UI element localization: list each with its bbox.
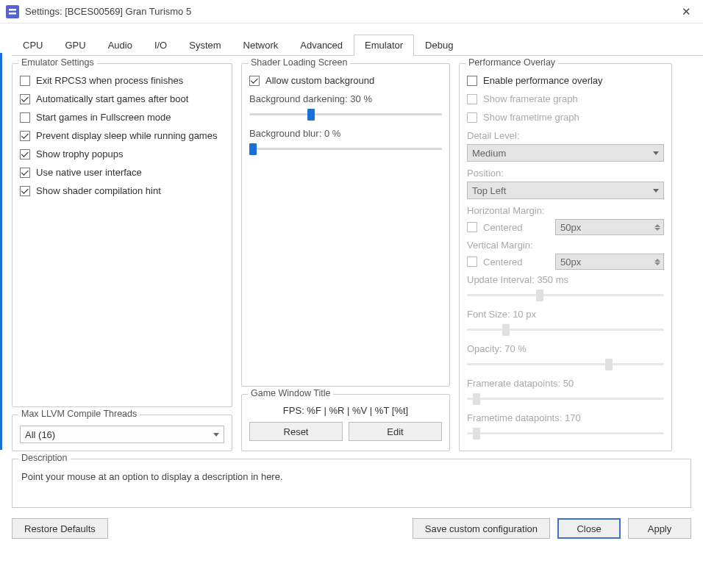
vmargin-spinbox: 50px (555, 254, 664, 270)
checkbox-icon (467, 222, 477, 232)
checkbox-icon (467, 257, 477, 267)
spin-down-icon (654, 262, 660, 265)
tab-bar: CPU GPU Audio I/O System Network Advance… (12, 34, 703, 56)
settings-panel: Emulator Settings Exit RPCS3 when proces… (0, 56, 703, 457)
llvm-title: Max LLVM Compile Threads (18, 409, 140, 419)
tab-gpu[interactable]: GPU (54, 35, 96, 56)
perf-group: Performance Overlay Enable performance o… (459, 63, 672, 451)
position-select: Top Left (467, 182, 664, 199)
checkbox-icon (20, 131, 30, 141)
svg-rect-0 (9, 9, 16, 11)
tab-emulator[interactable]: Emulator (354, 35, 414, 56)
right-column: Performance Overlay Enable performance o… (459, 63, 672, 451)
middle-column: Shader Loading Screen Allow custom backg… (241, 63, 450, 451)
restore-defaults-button[interactable]: Restore Defaults (12, 518, 108, 539)
shader-title: Shader Loading Screen (248, 57, 350, 68)
vmargin-row: Centered 50px (467, 254, 664, 270)
gamewindow-format: FPS: %F | %R | %V | %T [%t] (249, 405, 442, 416)
gamewindow-group: Game Window Title FPS: %F | %R | %V | %T… (241, 394, 450, 451)
close-icon[interactable]: ✕ (676, 2, 697, 21)
blur-slider[interactable] (249, 142, 442, 155)
chevron-down-icon (653, 189, 659, 193)
description-title: Description (18, 453, 71, 463)
cb-fullscreen[interactable]: Start games in Fullscreen mode (20, 112, 224, 123)
window-title: Settings: [BCES00569] Gran Turismo 5 (25, 6, 676, 17)
cb-native-ui[interactable]: Use native user interface (20, 167, 224, 178)
update-slider (467, 288, 664, 301)
frpoints-slider (467, 392, 664, 405)
shader-group: Shader Loading Screen Allow custom backg… (241, 63, 450, 387)
tab-audio[interactable]: Audio (97, 35, 143, 56)
perf-title: Performance Overlay (465, 57, 558, 68)
checkbox-icon (467, 112, 477, 123)
ftpoints-slider (467, 426, 664, 440)
description-group: Description Point your mouse at an optio… (12, 459, 691, 508)
checkbox-icon (20, 149, 30, 159)
titlebar: Settings: [BCES00569] Gran Turismo 5 ✕ (0, 0, 703, 24)
frpoints-label: Framerate datapoints: 50 (467, 378, 664, 389)
detail-select: Medium (467, 144, 664, 162)
checkbox-icon (467, 76, 477, 86)
close-button[interactable]: Close (557, 518, 621, 539)
gamewindow-title: Game Window Title (248, 388, 333, 398)
cb-trophy[interactable]: Show trophy popups (20, 148, 224, 159)
llvm-value: All (16) (25, 429, 55, 440)
cb-ft-graph: Show frametime graph (467, 112, 664, 123)
tab-network[interactable]: Network (232, 35, 290, 56)
checkbox-icon (20, 168, 30, 178)
tab-debug[interactable]: Debug (414, 35, 464, 56)
cb-allow-bg[interactable]: Allow custom background (249, 75, 442, 86)
checkbox-icon (20, 186, 30, 196)
ftpoints-label: Frametime datapoints: 170 (467, 412, 664, 423)
font-label: Font Size: 10 px (467, 309, 664, 320)
hmargin-row: Centered 50px (467, 219, 664, 235)
chevron-down-icon (653, 151, 659, 155)
darkening-label: Background darkening: 30 % (249, 93, 442, 104)
spin-up-icon (654, 259, 660, 262)
checkbox-icon (20, 112, 30, 123)
checkbox-icon (467, 94, 477, 104)
darkening-slider[interactable] (249, 107, 442, 121)
tab-advanced[interactable]: Advanced (289, 35, 354, 56)
bottom-bar: Restore Defaults Save custom configurati… (0, 514, 703, 548)
spin-down-icon (654, 228, 660, 231)
emulator-settings-title: Emulator Settings (18, 57, 97, 68)
cb-enable-perf[interactable]: Enable performance overlay (467, 75, 664, 86)
reset-button[interactable]: Reset (249, 422, 343, 441)
save-config-button[interactable]: Save custom configuration (413, 518, 550, 539)
position-label: Position: (467, 168, 664, 179)
cb-exit-rpcs3[interactable]: Exit RPCS3 when process finishes (20, 75, 224, 86)
spin-up-icon (654, 224, 660, 227)
opacity-slider (467, 357, 664, 370)
detail-value: Medium (472, 148, 506, 159)
cb-prevent-sleep[interactable]: Prevent display sleep while running game… (20, 130, 224, 141)
description-text: Point your mouse at an option to display… (21, 467, 682, 482)
cb-fr-graph: Show framerate graph (467, 93, 664, 104)
left-accent-bar (0, 53, 2, 450)
vmargin-label: Vertical Margin: (467, 240, 664, 251)
opacity-label: Opacity: 70 % (467, 343, 664, 354)
apply-button[interactable]: Apply (628, 518, 691, 539)
font-slider (467, 323, 664, 336)
chevron-down-icon (213, 433, 219, 437)
tab-system[interactable]: System (178, 35, 232, 56)
cb-autostart[interactable]: Automatically start games after boot (20, 93, 224, 104)
llvm-group: Max LLVM Compile Threads All (16) (12, 415, 232, 451)
app-icon (6, 5, 19, 18)
left-column: Emulator Settings Exit RPCS3 when proces… (12, 63, 232, 451)
checkbox-icon (249, 76, 260, 86)
edit-button[interactable]: Edit (349, 422, 442, 441)
tab-cpu[interactable]: CPU (12, 35, 54, 56)
checkbox-icon (20, 76, 30, 86)
llvm-select[interactable]: All (16) (20, 426, 224, 443)
detail-label: Detail Level: (467, 130, 664, 141)
blur-label: Background blur: 0 % (249, 128, 442, 139)
svg-rect-1 (9, 12, 16, 15)
emulator-settings-group: Emulator Settings Exit RPCS3 when proces… (12, 63, 232, 407)
update-label: Update Interval: 350 ms (467, 274, 664, 285)
cb-shader-hint[interactable]: Show shader compilation hint (20, 185, 224, 196)
position-value: Top Left (472, 185, 506, 196)
tab-io[interactable]: I/O (143, 35, 178, 56)
checkbox-icon (20, 94, 30, 104)
hmargin-label: Horizontal Margin: (467, 205, 664, 216)
